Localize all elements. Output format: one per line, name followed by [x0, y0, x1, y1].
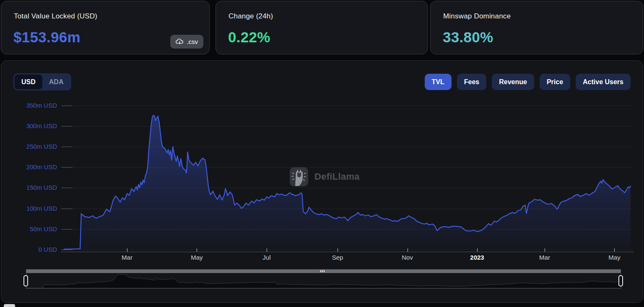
metric-button-group: TVLFeesRevenuePriceActive Users [425, 74, 631, 90]
y-axis-label: 200m USD [7, 163, 57, 171]
metric-button-active-users[interactable]: Active Users [576, 74, 631, 90]
brush-right-handle[interactable] [618, 275, 623, 286]
x-axis-label: Mar [109, 254, 145, 261]
brush-grip-icon[interactable] [320, 270, 325, 272]
y-axis-label: 250m USD [7, 143, 57, 150]
y-axis-label: 0 USD [7, 246, 57, 253]
x-axis-label: Jul [249, 254, 284, 261]
x-axis-label: Mar [527, 254, 562, 261]
currency-toggle-ada[interactable]: ADA [42, 75, 70, 89]
metric-button-price[interactable]: Price [540, 74, 570, 90]
y-axis-label: 350m USD [7, 102, 57, 109]
metric-button-revenue[interactable]: Revenue [492, 74, 534, 90]
x-axis-label: Sep [320, 254, 355, 261]
tvl-area-chart[interactable] [0, 0, 644, 307]
metric-button-tvl[interactable]: TVL [425, 74, 452, 90]
y-axis-label: 100m USD [7, 205, 57, 212]
brush-left-handle[interactable] [23, 275, 28, 286]
x-axis-label: 2023 [460, 254, 495, 261]
x-axis-label: May [597, 254, 632, 261]
clipped-bottom-element [4, 304, 15, 307]
metric-button-fees[interactable]: Fees [457, 74, 486, 90]
currency-toggle: USDADA [13, 73, 71, 90]
y-axis-label: 300m USD [7, 122, 57, 130]
y-axis-label: 150m USD [7, 184, 57, 191]
x-axis-label: May [179, 254, 214, 261]
defillama-protocol-page: Total Value Locked (USD) $153.96m .csv C… [0, 0, 644, 307]
currency-toggle-usd[interactable]: USD [15, 75, 42, 89]
x-axis-label: Nov [390, 254, 425, 261]
brush-selection-frame [26, 273, 621, 289]
y-axis-label: 50m USD [7, 225, 57, 233]
